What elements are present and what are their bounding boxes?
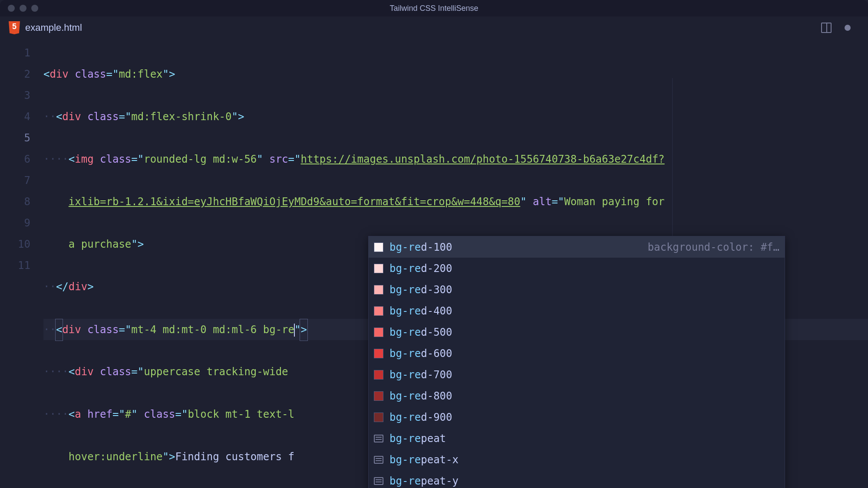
autocomplete-item[interactable]: bg-repeat-y (369, 470, 785, 488)
color-swatch-icon (374, 285, 383, 295)
autocomplete-label: bg-red-600 (389, 347, 452, 360)
autocomplete-item[interactable]: bg-red-300 (369, 279, 785, 300)
tab-bar: example.html (0, 16, 868, 39)
color-swatch-icon (374, 328, 383, 337)
maximize-button[interactable] (31, 5, 38, 12)
autocomplete-item[interactable]: bg-red-600 (369, 343, 785, 364)
line-number: 11 (0, 255, 30, 276)
editor-window: Tailwind CSS IntelliSense example.html 1… (0, 0, 868, 488)
code-line: ····<img class="rounded-lg md:w-56" src=… (43, 149, 868, 170)
line-number: 5 (0, 128, 30, 149)
color-swatch-icon (374, 349, 383, 358)
autocomplete-label: bg-red-700 (389, 369, 452, 381)
autocomplete-item[interactable]: bg-red-400 (369, 300, 785, 321)
line-number: 10 (0, 234, 30, 255)
line-number: 3 (0, 85, 30, 106)
color-swatch-icon (374, 413, 383, 422)
code-line: ··<div class="md:flex-shrink-0"> (43, 106, 868, 128)
line-numbers-gutter: 1 2 3 4 5 6 7 8 9 10 11 (0, 43, 43, 488)
line-number: 4 (0, 106, 30, 128)
color-swatch-icon (374, 242, 383, 252)
autocomplete-label: bg-red-200 (389, 262, 452, 275)
autocomplete-label: bg-red-400 (389, 305, 452, 317)
autocomplete-item[interactable]: bg-red-800 (369, 385, 785, 406)
active-tab[interactable]: example.html (9, 21, 82, 34)
autocomplete-item[interactable]: bg-red-500 (369, 321, 785, 343)
code-editor[interactable]: 1 2 3 4 5 6 7 8 9 10 11 <div class="md:f… (0, 39, 868, 488)
autocomplete-detail: background-color: #f… (648, 241, 779, 253)
autocomplete-popup: bg-red-100background-color: #f…bg-red-20… (368, 236, 785, 488)
titlebar: Tailwind CSS IntelliSense (0, 0, 868, 16)
close-button[interactable] (8, 5, 15, 12)
autocomplete-item[interactable]: bg-repeat-x (369, 449, 785, 470)
line-number: 1 (0, 43, 30, 64)
autocomplete-item[interactable]: bg-repeat (369, 428, 785, 449)
color-swatch-icon (374, 306, 383, 316)
code-line: ixlib=rb-1.2.1&ixid=eyJhcHBfaWQiOjEyMDd9… (43, 191, 868, 213)
property-icon (374, 456, 383, 464)
property-icon (374, 435, 383, 442)
line-number: 2 (0, 64, 30, 85)
line-number: 8 (0, 191, 30, 213)
window-title: Tailwind CSS IntelliSense (389, 4, 478, 13)
split-editor-icon[interactable] (821, 23, 832, 33)
autocomplete-label: bg-repeat-y (389, 475, 459, 487)
color-swatch-icon (374, 264, 383, 273)
dirty-indicator-icon (845, 25, 851, 31)
autocomplete-label: bg-red-500 (389, 326, 452, 338)
minimize-button[interactable] (20, 5, 26, 12)
line-number: 6 (0, 149, 30, 170)
autocomplete-item[interactable]: bg-red-900 (369, 406, 785, 428)
property-icon (374, 477, 383, 485)
autocomplete-label: bg-red-300 (389, 284, 452, 296)
color-swatch-icon (374, 370, 383, 380)
line-number: 7 (0, 170, 30, 191)
autocomplete-label: bg-red-900 (389, 411, 452, 423)
autocomplete-item[interactable]: bg-red-700 (369, 364, 785, 385)
line-number: 9 (0, 213, 30, 234)
autocomplete-label: bg-repeat (389, 432, 446, 445)
autocomplete-label: bg-red-100 (389, 241, 452, 253)
autocomplete-label: bg-repeat-x (389, 454, 459, 466)
tab-filename: example.html (25, 22, 82, 33)
traffic-lights (0, 5, 38, 12)
autocomplete-item[interactable]: bg-red-200 (369, 258, 785, 279)
html-file-icon (9, 21, 20, 34)
color-swatch-icon (374, 391, 383, 401)
autocomplete-label: bg-red-800 (389, 390, 452, 402)
autocomplete-item[interactable]: bg-red-100background-color: #f… (369, 236, 785, 258)
code-line: <div class="md:flex"> (43, 64, 868, 85)
